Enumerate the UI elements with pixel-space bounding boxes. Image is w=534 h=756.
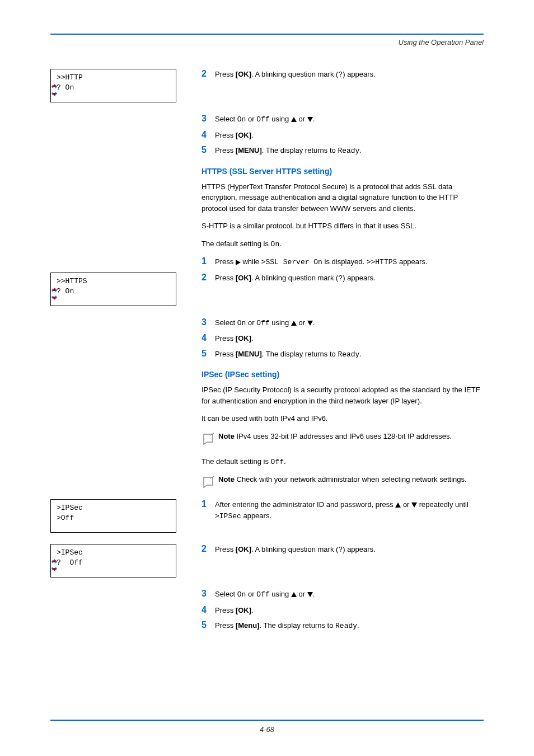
step-row: 4 Press [OK]. (202, 333, 484, 344)
step-number: 4 (202, 333, 215, 343)
svg-marker-7 (51, 288, 53, 292)
paragraph: S-HTTP is a similar protocol, but HTTPS … (202, 220, 484, 232)
step-text: Press [OK]. (215, 130, 484, 141)
step-row: 5 Press [MENU]. The display returns to R… (202, 349, 484, 360)
lcd-line: >>HTTP (57, 73, 170, 83)
step-number: 2 (202, 273, 215, 283)
step-row: 4 Press [OK]. (202, 605, 484, 616)
step-row: 3 Select On or Off using or . (202, 317, 484, 329)
svg-marker-5 (55, 92, 57, 96)
step-row: 3 Select On or Off using or . (202, 589, 484, 600)
lcd-display-ipsec-menu: >IPSec >Off (50, 499, 176, 533)
svg-marker-13 (51, 560, 53, 564)
heading-https: HTTPS (SSL Server HTTPS setting) (202, 167, 484, 176)
step-number: 5 (202, 145, 215, 155)
note-text: Check with your network administrator wh… (235, 475, 467, 483)
step-row: 5 Press [MENU]. The display returns to R… (202, 145, 484, 157)
lcd-line: >Off (57, 513, 170, 523)
step-text: Select On or Off using or . (215, 317, 484, 329)
cursor-arrows-icon (50, 84, 59, 96)
note-icon (202, 432, 216, 445)
step-row: 2 Press [OK]. A blinking question mark (… (202, 273, 484, 284)
paragraph: HTTPS (HyperText Transfer Protocol Secur… (202, 181, 484, 214)
svg-marker-2 (55, 84, 57, 88)
step-number: 1 (202, 256, 215, 266)
page-header: Using the Operation Panel (50, 38, 484, 46)
down-arrow-icon (307, 117, 313, 122)
step-text: Press [OK]. (215, 605, 484, 616)
down-arrow-icon (307, 321, 313, 326)
lcd-line: ? On (57, 287, 170, 297)
lcd-line: >>HTTPS (57, 276, 170, 287)
lcd-line: ? Off (57, 558, 170, 568)
step-row: 4 Press [OK]. (202, 130, 484, 141)
step-number: 5 (202, 349, 215, 359)
cursor-arrows-icon (50, 559, 59, 571)
cursor-arrows-icon (50, 288, 59, 300)
up-arrow-icon (291, 592, 297, 597)
lcd-display-http: >>HTTP ? On (50, 69, 176, 102)
svg-marker-16 (51, 567, 53, 571)
note-icon (202, 475, 216, 489)
step-text: Select On or Off using or . (215, 589, 484, 600)
lcd-line: >IPSec (57, 503, 170, 513)
step-text: Press [MENU]. The display returns to Rea… (215, 349, 484, 360)
step-row: 2 Press [OK]. A blinking question mark (… (202, 544, 484, 556)
step-number: 2 (202, 69, 215, 79)
step-text: Press while >SSL Server On is displayed.… (215, 256, 484, 268)
note-text: IPv4 uses 32-bit IP addresses and IPv6 u… (235, 432, 452, 440)
step-number: 3 (202, 317, 215, 327)
step-text: Press [Menu]. The display returns to Rea… (215, 620, 484, 632)
up-arrow-icon (291, 117, 297, 122)
lcd-line: >IPSec (57, 548, 170, 558)
paragraph: The default setting is On. (202, 238, 484, 250)
step-row: 1 After entering the administrator ID an… (202, 499, 484, 522)
svg-marker-1 (51, 84, 53, 88)
lcd-display-https: >>HTTPS ? On (50, 273, 176, 306)
heading-ipsec: IPSec (IPSec setting) (202, 370, 484, 379)
svg-marker-17 (55, 567, 57, 571)
note-block: Note IPv4 uses 32-bit IP addresses and I… (202, 431, 484, 447)
step-text: Press [OK]. (215, 333, 484, 344)
step-text: Press [MENU]. The display returns to Rea… (215, 145, 484, 157)
step-number: 4 (202, 605, 215, 615)
step-text: Press [OK]. A blinking question mark (?)… (215, 273, 484, 284)
step-row: 2 Press [OK]. A blinking question mark (… (202, 69, 484, 81)
step-text: After entering the administrator ID and … (215, 499, 484, 522)
step-text: Press [OK]. A blinking question mark (?)… (215, 69, 484, 81)
page-number: 4-68 (260, 725, 274, 734)
step-number: 5 (202, 620, 215, 630)
up-arrow-icon (291, 321, 297, 326)
step-number: 3 (202, 589, 215, 599)
svg-marker-11 (55, 295, 57, 299)
paragraph: IPSec (IP Security Protocol) is a securi… (202, 384, 484, 406)
note-label: Note (218, 432, 235, 440)
step-text: Press [OK]. A blinking question mark (?)… (215, 544, 484, 556)
step-text: Select On or Off using or . (215, 114, 484, 125)
step-row: 3 Select On or Off using or . (202, 114, 484, 125)
svg-marker-4 (51, 92, 53, 96)
up-arrow-icon (395, 503, 401, 508)
note-block: Note Check with your network administrat… (202, 474, 484, 490)
step-number: 2 (202, 544, 215, 554)
step-number: 4 (202, 130, 215, 140)
step-number: 3 (202, 114, 215, 124)
lcd-line: ? On (57, 83, 170, 93)
paragraph: It can be used with both IPv4 and IPv6. (202, 413, 484, 424)
down-arrow-icon (411, 503, 417, 508)
step-number: 1 (202, 499, 215, 509)
svg-marker-10 (51, 295, 53, 299)
step-row: 5 Press [Menu]. The display returns to R… (202, 620, 484, 632)
down-arrow-icon (307, 592, 313, 597)
step-row: 1 Press while >SSL Server On is displaye… (202, 256, 484, 268)
svg-marker-8 (55, 288, 57, 292)
svg-marker-14 (55, 560, 57, 564)
right-arrow-icon (236, 260, 241, 265)
note-label: Note (218, 475, 235, 483)
paragraph: The default setting is Off. (202, 456, 484, 468)
lcd-display-ipsec-confirm: >IPSec ? Off (50, 544, 176, 577)
